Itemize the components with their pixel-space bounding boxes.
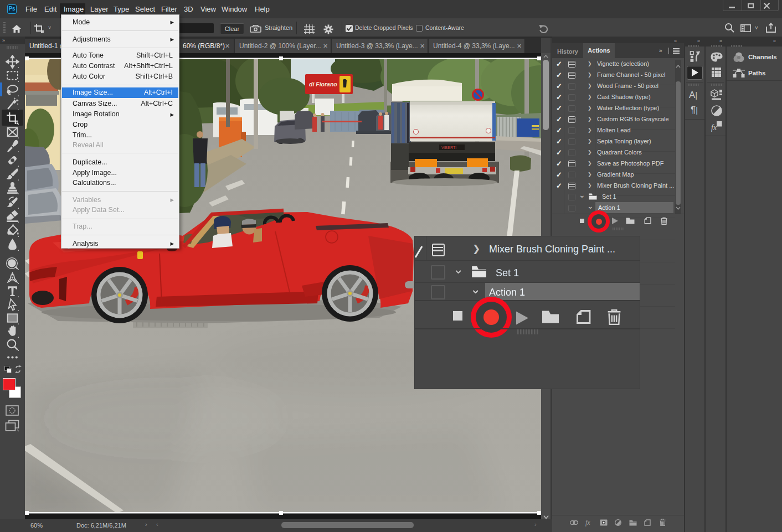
svg-text:VIBERTI: VIBERTI	[441, 146, 456, 149]
svg-text:di Fiorano: di Fiorano	[309, 81, 337, 87]
svg-text:fx: fx	[711, 123, 717, 132]
